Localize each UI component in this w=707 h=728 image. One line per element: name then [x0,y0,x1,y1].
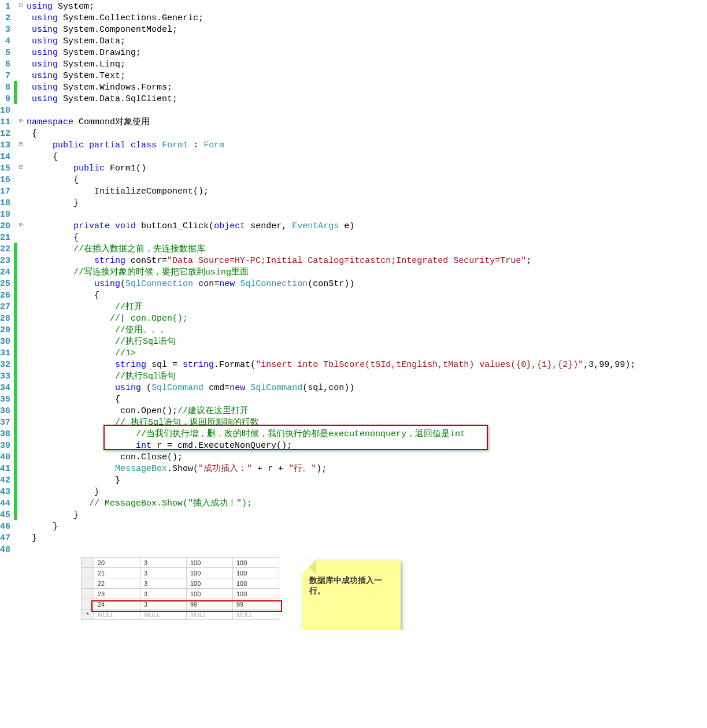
fold-spacer [17,12,24,23]
code-line[interactable]: private void button1_Click(object sender… [27,221,707,232]
fold-toggle-icon[interactable]: ⊟ [17,116,24,127]
code-line[interactable]: { [27,174,707,186]
code-line[interactable]: // 执行Sql语句，返回所影响的行数 [27,417,707,429]
code-line[interactable]: using System.ComponentModel; [27,24,707,36]
fold-toggle-icon[interactable]: ⊟ [17,220,24,231]
code-line[interactable]: { [27,290,707,302]
line-number: 22 [0,244,12,255]
table-cell[interactable]: 22 [94,578,140,589]
code-line[interactable]: } [27,510,707,521]
row-header[interactable]: * [82,610,94,620]
code-line[interactable]: //打开 [27,302,707,313]
line-number: 27 [0,302,12,313]
code-line[interactable]: string conStr="Data Source=HY-PC;Initial… [27,255,707,267]
table-row[interactable]: 213100100 [82,568,279,578]
table-row[interactable]: 203100100 [82,558,279,568]
row-header[interactable] [82,558,94,568]
table-cell[interactable]: 20 [94,558,140,568]
table-cell[interactable]: 99 [233,599,279,610]
code-line[interactable]: InitializeComponent(); [27,186,707,198]
row-header[interactable] [82,568,94,578]
table-cell[interactable]: NULL [94,610,140,620]
code-line[interactable]: con.Open();//建议在这里打开 [27,406,707,417]
table-cell[interactable]: 3 [140,599,187,610]
table-cell[interactable]: 3 [140,578,187,589]
table-cell[interactable]: 100 [233,568,279,578]
code-line[interactable]: string sql = string.Format("insert into … [27,359,707,371]
code-line[interactable]: { [27,151,707,163]
code-line[interactable]: } [27,521,707,533]
code-line[interactable]: using System.Data; [27,36,707,47]
table-cell[interactable]: 24 [94,599,140,610]
code-line[interactable] [27,209,707,221]
row-header[interactable] [82,589,94,599]
code-line[interactable]: } [27,198,707,209]
code-line[interactable]: using System.Data.SqlClient; [27,94,707,105]
table-cell[interactable]: 99 [187,599,233,610]
code-line[interactable]: using System.Collections.Generic; [27,13,707,24]
code-line[interactable]: } [27,486,707,498]
code-line[interactable]: using System; [27,1,707,13]
table-row[interactable]: 223100100 [82,578,279,589]
code-line[interactable]: //当我们执行增，删，改的时候，我们执行的都是executenonquery，返… [27,429,707,440]
table-cell[interactable]: 21 [94,568,140,578]
code-line[interactable]: { [27,394,707,406]
code-line[interactable]: } [27,533,707,544]
code-line[interactable]: //| con.Open(); [27,313,707,325]
code-line[interactable]: using System.Windows.Forms; [27,82,707,94]
row-header[interactable] [82,599,94,610]
code-line[interactable]: //1> [27,348,707,359]
code-line[interactable]: public Form1() [27,163,707,174]
line-number: 43 [0,486,12,498]
table-cell[interactable]: 3 [140,589,187,599]
code-line[interactable]: //使用。。。 [27,325,707,336]
code-line[interactable]: { [27,128,707,140]
code-line[interactable]: using (SqlCommand cmd=new SqlCommand(sql… [27,382,707,394]
table-cell[interactable]: 100 [187,558,233,568]
code-line[interactable]: public partial class Form1 : Form [27,140,707,151]
table-cell[interactable]: NULL [233,610,279,620]
table-cell[interactable]: 100 [233,558,279,568]
code-line[interactable]: namespace Commond对象使用 [27,117,707,128]
table-cell[interactable]: NULL [140,610,187,620]
table-cell[interactable]: 23 [94,589,140,599]
fold-column[interactable]: ⊟⊟⊟⊟⊟ [17,0,24,557]
code-editor[interactable]: 1234567891011121314151617181920212223242… [0,0,707,557]
code-line[interactable]: // MessageBox.Show("插入成功！"); [27,498,707,510]
code-line[interactable]: using(SqlConnection con=new SqlConnectio… [27,278,707,290]
table-cell[interactable]: NULL [187,610,233,620]
row-header[interactable] [82,578,94,589]
table-cell[interactable]: 100 [187,578,233,589]
fold-spacer [17,347,24,358]
table-row[interactable]: 233100100 [82,589,279,599]
code-line[interactable]: } [27,475,707,486]
fold-spacer [17,543,24,555]
fold-spacer [17,335,24,347]
table-cell[interactable]: 100 [233,589,279,599]
table-row[interactable]: 2439999 [82,599,279,610]
fold-toggle-icon[interactable]: ⊟ [17,139,24,150]
code-line[interactable]: using System.Text; [27,70,707,82]
code-line[interactable] [27,544,707,556]
fold-toggle-icon[interactable]: ⊟ [17,162,24,173]
code-line[interactable]: //写连接对象的时候，要把它放到using里面 [27,267,707,278]
code-line[interactable]: //执行Sql语句 [27,371,707,382]
table-cell[interactable]: 100 [187,589,233,599]
table-cell[interactable]: 3 [140,558,187,568]
code-line[interactable]: //在插入数据之前，先连接数据库 [27,244,707,255]
code-area[interactable]: using System; using System.Collections.G… [24,0,707,557]
code-line[interactable]: con.Close(); [27,452,707,463]
code-line[interactable]: using System.Linq; [27,59,707,70]
code-line[interactable]: //执行Sql语句 [27,336,707,348]
fold-toggle-icon[interactable]: ⊟ [17,0,24,12]
db-result-table[interactable]: 2031001002131001002231001002331001002439… [81,557,279,620]
table-cell[interactable]: 3 [140,568,187,578]
table-row[interactable]: *NULLNULLNULLNULL [82,610,279,620]
code-line[interactable] [27,105,707,117]
code-line[interactable]: { [27,232,707,244]
table-cell[interactable]: 100 [233,578,279,589]
code-line[interactable]: MessageBox.Show("成功插入：" + r + "行。"); [27,463,707,475]
table-cell[interactable]: 100 [187,568,233,578]
code-line[interactable]: using System.Drawing; [27,47,707,59]
code-line[interactable]: int r = cmd.ExecuteNonQuery(); [27,440,707,452]
